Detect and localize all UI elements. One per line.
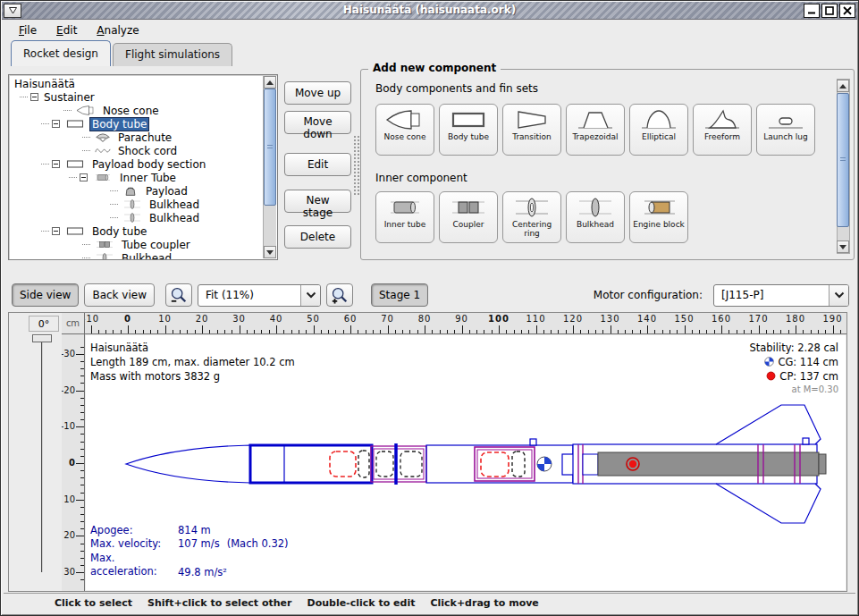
- combo-arrow[interactable]: [300, 285, 320, 306]
- cg-label: CG:: [778, 356, 796, 368]
- collapse-icon[interactable]: [80, 173, 88, 181]
- menu-analyze[interactable]: Analyze: [88, 21, 147, 39]
- add-coupler-button[interactable]: Coupler: [439, 191, 498, 243]
- scroll-down-button[interactable]: [837, 240, 849, 253]
- edit-button[interactable]: Edit: [284, 153, 351, 176]
- collapse-icon[interactable]: [52, 120, 60, 128]
- cg-marker: [537, 457, 552, 471]
- app-window: Haisunäätä (haisunaata.ork) File Edit An…: [0, 0, 859, 616]
- tree-item-rocket[interactable]: Haisunäätä: [9, 77, 277, 90]
- add-elliptical-fin-button[interactable]: Elliptical: [629, 104, 688, 156]
- tab-rocket-design[interactable]: Rocket design: [11, 40, 111, 66]
- rocket-view-panel: 0° cm -100102030405060708090100110120130…: [8, 312, 847, 592]
- back-view-button[interactable]: Back view: [84, 283, 155, 307]
- fin-lower-shape[interactable]: [716, 484, 821, 523]
- menu-edit[interactable]: Edit: [48, 21, 85, 39]
- hint-drag: Click+drag to move: [430, 597, 538, 609]
- title-bar[interactable]: Haisunäätä (haisunaata.ork): [2, 2, 857, 20]
- cp-label: CP:: [779, 370, 796, 383]
- tree-item-stage[interactable]: Sustainer: [9, 90, 277, 104]
- scroll-up-button[interactable]: [837, 80, 849, 92]
- zoom-in-button[interactable]: [326, 283, 353, 307]
- launch-lug-icon: [766, 108, 805, 131]
- collapse-icon[interactable]: [52, 160, 60, 168]
- add-component-group: Add new component Body components and fi…: [360, 69, 855, 260]
- tree-item-bulkhead[interactable]: Bulkhead: [9, 211, 277, 224]
- delete-button[interactable]: Delete: [284, 225, 351, 249]
- scrollbar-thumb[interactable]: [837, 93, 849, 227]
- window-title: Haisunäätä (haisunaata.ork): [2, 4, 857, 16]
- engine-block-icon: [639, 196, 678, 219]
- menu-file[interactable]: File: [11, 21, 45, 39]
- motor-configuration-combo[interactable]: [J115-P]: [713, 284, 849, 307]
- add-freeform-fin-button[interactable]: Freeform: [693, 104, 752, 156]
- tab-flight-simulations[interactable]: Flight simulations: [113, 43, 232, 66]
- body-tube-shape[interactable]: [250, 445, 372, 483]
- motor-mount-shape[interactable]: [583, 454, 598, 475]
- minimize-button[interactable]: [804, 4, 820, 18]
- tree-item-body-tube-aft[interactable]: Body tube: [9, 224, 277, 238]
- tree-scrollbar[interactable]: [263, 76, 276, 258]
- elliptical-fin-icon: [639, 108, 678, 131]
- zoom-out-button[interactable]: [165, 283, 192, 307]
- rocket-name: Haisunäätä: [90, 341, 295, 355]
- tree-item-nose-cone[interactable]: Nose cone: [9, 104, 277, 117]
- shock-cord-icon: [93, 145, 113, 156]
- tree-item-bulkhead[interactable]: Bulkhead: [9, 198, 277, 211]
- nose-cone-shape[interactable]: [126, 445, 250, 483]
- rotation-slider-track[interactable]: [41, 340, 43, 572]
- new-stage-button[interactable]: New stage: [284, 190, 351, 213]
- stage-1-toggle[interactable]: Stage 1: [371, 283, 428, 307]
- add-launch-lug-button[interactable]: Launch lug: [756, 104, 815, 156]
- stability-label: Stability:: [749, 342, 794, 354]
- scrollbar-thumb[interactable]: [264, 89, 276, 206]
- scroll-up-button[interactable]: [264, 76, 276, 89]
- cp-icon: [766, 371, 776, 381]
- palette-row-body: Nose cone Body tube Transition Trapezoid…: [375, 104, 815, 156]
- tree-item-shock-cord[interactable]: Shock cord: [9, 144, 277, 157]
- body-tube-icon: [63, 225, 87, 237]
- rocket-dimensions: Length 189 cm, max. diameter 10.2 cm: [90, 355, 295, 369]
- scroll-down-button[interactable]: [264, 246, 276, 258]
- tree-item-bulkhead[interactable]: Bulkhead: [9, 251, 277, 260]
- tree-item-payload-section[interactable]: Payload body section: [9, 157, 277, 171]
- add-trapezoidal-fin-button[interactable]: Trapezoidal: [566, 104, 625, 156]
- move-down-button[interactable]: Move down: [284, 111, 351, 134]
- launch-lug-shape[interactable]: [530, 439, 536, 445]
- combo-arrow[interactable]: [829, 285, 848, 306]
- add-inner-tube-button[interactable]: Inner tube: [375, 191, 434, 243]
- motor-configuration-label: Motor configuration:: [594, 289, 703, 301]
- group-title: Add new component: [368, 62, 501, 74]
- add-body-tube-button[interactable]: Body tube: [439, 104, 498, 156]
- tree-item-payload[interactable]: Payload: [9, 184, 277, 198]
- tree-item-tube-coupler[interactable]: Tube coupler: [9, 238, 277, 251]
- move-up-button[interactable]: Move up: [284, 81, 351, 105]
- tree-item-parachute[interactable]: Parachute: [9, 131, 277, 144]
- palette-row-inner: Inner tube Coupler Centering ring Bulkhe…: [375, 191, 688, 243]
- zoom-level-combo[interactable]: Fit (11%): [198, 284, 321, 307]
- rocket-canvas[interactable]: Haisunäätä Length 189 cm, max. diameter …: [86, 335, 846, 590]
- collapse-icon[interactable]: [30, 93, 38, 101]
- tree-item-inner-tube[interactable]: Inner Tube: [9, 171, 277, 184]
- palette-scrollbar[interactable]: [837, 79, 850, 254]
- maximize-button[interactable]: [821, 4, 838, 18]
- close-button[interactable]: [839, 4, 855, 18]
- launch-lug-shape[interactable]: [803, 438, 809, 444]
- splitter-handle[interactable]: [353, 135, 359, 196]
- add-centering-ring-button[interactable]: Centering ring: [502, 191, 561, 243]
- collapse-icon[interactable]: [52, 227, 60, 235]
- add-bulkhead-button[interactable]: Bulkhead: [566, 191, 625, 243]
- chevron-down-icon: [306, 291, 316, 299]
- arrow-up-icon: [839, 84, 846, 89]
- component-tree[interactable]: Haisunäätä Sustainer Nose cone Body tube…: [8, 74, 278, 260]
- payload-icon: [121, 185, 140, 197]
- tree-item-body-tube-selected[interactable]: Body tube: [9, 117, 277, 131]
- zoom-level-value: Fit (11%): [198, 289, 300, 301]
- add-engine-block-button[interactable]: Engine block: [629, 191, 688, 243]
- hint-shift-click: Shift+click to select other: [147, 597, 292, 609]
- add-nose-cone-button[interactable]: Nose cone: [375, 104, 434, 156]
- side-view-button[interactable]: Side view: [12, 283, 79, 307]
- rotation-slider-thumb[interactable]: [32, 334, 52, 342]
- add-transition-button[interactable]: Transition: [502, 104, 561, 156]
- stability-value: 2.28 cal: [797, 342, 838, 354]
